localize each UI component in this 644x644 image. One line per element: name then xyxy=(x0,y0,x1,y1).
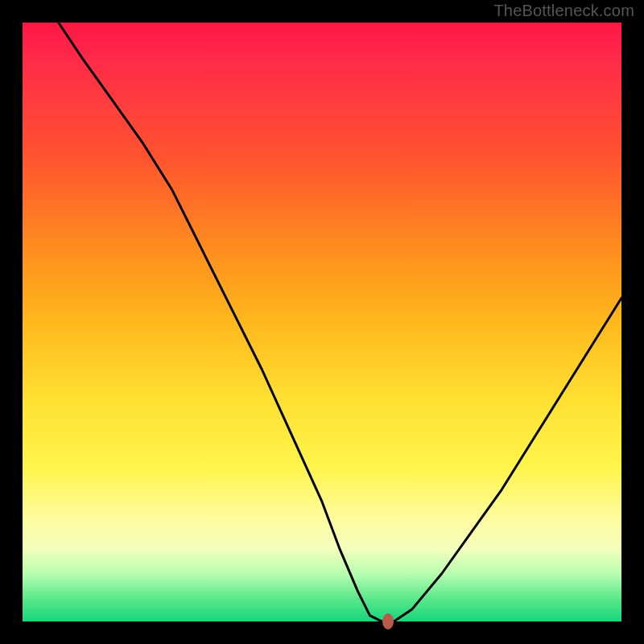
watermark-text: TheBottleneck.com xyxy=(493,2,634,20)
plot-area xyxy=(23,23,621,621)
minimum-marker xyxy=(382,613,394,630)
plot-background-gradient xyxy=(23,23,621,621)
chart-frame: TheBottleneck.com xyxy=(0,0,644,644)
